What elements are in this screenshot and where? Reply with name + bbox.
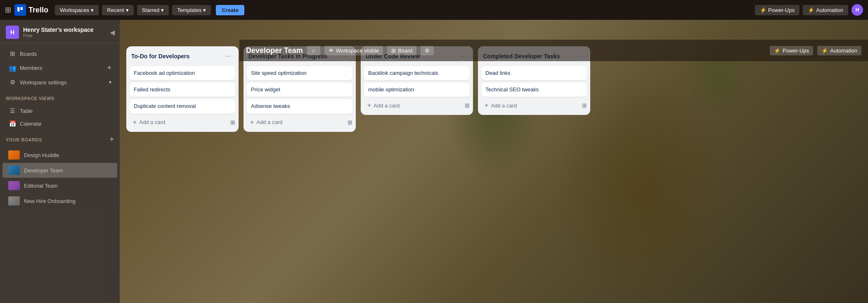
board-header: Developer Team ☆ 👁 Workspace visible ⊞ B… bbox=[239, 40, 868, 61]
card-mobile-optimization[interactable]: mobile optimization bbox=[364, 83, 470, 97]
automation-nav-button[interactable]: ⚡ Automation bbox=[803, 5, 848, 15]
sidebar-item-calendar[interactable]: 📅 Calendar bbox=[2, 117, 117, 130]
workspace-name: Henry Stater's workspace bbox=[23, 26, 106, 33]
workspaces-button[interactable]: Workspaces ▾ bbox=[55, 5, 99, 15]
create-from-template-todo[interactable]: ⊞ bbox=[230, 119, 235, 126]
plus-icon: + bbox=[367, 102, 371, 109]
list-title-todo: To-Do for Developers bbox=[131, 53, 189, 60]
sidebar-toggle-button[interactable]: ◀ bbox=[110, 29, 115, 36]
add-card-row-code-review: + Add a card ⊞ bbox=[364, 99, 470, 112]
trello-logo-text: Trello bbox=[28, 6, 48, 14]
create-from-template-in-progress[interactable]: ⊞ bbox=[348, 119, 352, 126]
main-layout: H Henry Stater's workspace Free ◀ ⊞ Boar… bbox=[0, 20, 868, 303]
power-ups-nav-button[interactable]: ⚡ Power-Ups bbox=[755, 5, 799, 15]
card-duplicate-content[interactable]: Duplicate content removal bbox=[130, 99, 235, 113]
trello-logo[interactable]: Trello bbox=[14, 4, 48, 16]
auto-icon: ⚡ bbox=[821, 48, 828, 54]
add-card-row-completed: + Add a card ⊞ bbox=[481, 99, 587, 112]
starred-button[interactable]: Starred ▾ bbox=[137, 5, 169, 15]
card-backlink-campaign[interactable]: Backlink campaign technicals bbox=[364, 66, 470, 80]
sidebar-item-table[interactable]: ☰ Table bbox=[2, 105, 117, 117]
sidebar-boards: Design Huddle Developer Team Editorial T… bbox=[0, 146, 120, 210]
board-thumb-new-hire bbox=[8, 196, 20, 205]
sidebar-views: ☰ Table 📅 Calendar bbox=[0, 103, 120, 132]
add-card-button-todo[interactable]: + Add a card bbox=[130, 116, 230, 129]
card-site-speed[interactable]: Site speed optimization bbox=[247, 66, 352, 80]
add-card-button-completed[interactable]: + Add a card bbox=[481, 99, 582, 112]
board-thumb-developer-team bbox=[8, 166, 20, 175]
add-card-row-todo: + Add a card ⊞ bbox=[130, 116, 235, 129]
calendar-icon: 📅 bbox=[8, 120, 17, 127]
create-from-template-code-review[interactable]: ⊞ bbox=[465, 102, 470, 109]
grid-icon[interactable]: ⊞ bbox=[5, 5, 11, 14]
list-header-todo: To-Do for Developers ··· bbox=[130, 50, 235, 64]
chevron-down-icon: ▾ bbox=[91, 7, 94, 13]
chevron-down-icon: ▾ bbox=[161, 7, 164, 13]
add-card-button-code-review[interactable]: + Add a card bbox=[364, 99, 465, 112]
board-icon: ⊞ bbox=[391, 48, 396, 54]
add-board-button[interactable]: + bbox=[109, 135, 114, 144]
card-technical-seo[interactable]: Technical SEO tweaks bbox=[481, 83, 587, 97]
star-board-button[interactable]: ☆ bbox=[307, 46, 320, 55]
top-nav: ⊞ Trello Workspaces ▾ Recent ▾ Starred ▾… bbox=[0, 0, 868, 20]
sidebar-board-new-hire[interactable]: New Hire Onboarding bbox=[2, 193, 117, 208]
trello-logo-icon bbox=[14, 4, 26, 16]
add-member-button[interactable]: + bbox=[107, 64, 111, 72]
board-thumb-editorial-team bbox=[8, 181, 20, 190]
customize-board-button[interactable]: ⚙ bbox=[421, 46, 434, 55]
sidebar-board-editorial-team[interactable]: Editorial Team bbox=[2, 178, 117, 193]
svg-rect-1 bbox=[21, 7, 23, 10]
workspace-tier: Free bbox=[23, 33, 106, 38]
workspace-avatar: H bbox=[6, 26, 19, 39]
members-icon: 👥 bbox=[8, 64, 17, 72]
board-content-wrapper: Developer Team ☆ 👁 Workspace visible ⊞ B… bbox=[120, 20, 868, 303]
sidebar-item-workspace-settings[interactable]: ⚙ Workspace settings ▾ bbox=[2, 76, 117, 89]
your-boards-label: Your boards bbox=[6, 137, 42, 142]
chevron-down-icon: ▾ bbox=[109, 79, 111, 85]
board-thumb-design-huddle bbox=[8, 150, 20, 160]
sidebar-board-developer-team[interactable]: Developer Team bbox=[2, 163, 117, 178]
create-from-template-completed[interactable]: ⊞ bbox=[582, 102, 587, 109]
settings-icon: ⚙ bbox=[8, 79, 17, 86]
power-ups-button[interactable]: ⚡ Power-Ups bbox=[770, 46, 813, 55]
workspace-views-label: Workspace views bbox=[0, 93, 120, 103]
workspace-header: H Henry Stater's workspace Free ◀ bbox=[0, 20, 120, 43]
sidebar-item-members[interactable]: 👥 Members + bbox=[2, 61, 117, 75]
card-price-widget[interactable]: Price widget bbox=[247, 83, 352, 97]
chevron-down-icon: ▾ bbox=[203, 7, 206, 13]
sidebar-board-design-huddle[interactable]: Design Huddle bbox=[2, 148, 117, 162]
recent-button[interactable]: Recent ▾ bbox=[102, 5, 133, 15]
sidebar: H Henry Stater's workspace Free ◀ ⊞ Boar… bbox=[0, 20, 120, 303]
workspace-visible-button[interactable]: 👁 Workspace visible bbox=[324, 46, 383, 55]
card-dead-links[interactable]: Dead links bbox=[481, 66, 587, 80]
user-avatar[interactable]: H bbox=[851, 4, 863, 16]
plus-icon: + bbox=[133, 119, 137, 126]
sidebar-item-boards[interactable]: ⊞ Boards bbox=[2, 47, 117, 60]
list-todo: To-Do for Developers ··· Facebook ad opt… bbox=[126, 46, 239, 132]
boards-icon: ⊞ bbox=[8, 50, 17, 57]
lightning-icon: ⚡ bbox=[774, 48, 780, 54]
add-card-row-in-progress: + Add a card ⊞ bbox=[247, 116, 352, 129]
create-button[interactable]: Create bbox=[216, 5, 244, 15]
board-title[interactable]: Developer Team bbox=[246, 46, 303, 55]
table-icon: ☰ bbox=[8, 107, 17, 114]
card-facebook-ad[interactable]: Facebook ad optimization bbox=[130, 66, 235, 80]
sidebar-nav: ⊞ Boards 👥 Members + ⚙ Workspace setting… bbox=[0, 43, 120, 93]
board-view-button[interactable]: ⊞ Board bbox=[387, 46, 416, 55]
card-failed-redirects[interactable]: Failed redirects bbox=[130, 83, 235, 97]
svg-rect-0 bbox=[17, 7, 19, 12]
workspace-info: Henry Stater's workspace Free bbox=[23, 26, 106, 38]
add-card-button-in-progress[interactable]: + Add a card bbox=[247, 116, 348, 129]
automation-button[interactable]: ⚡ Automation bbox=[817, 46, 861, 55]
board-lists-container: To-Do for Developers ··· Facebook ad opt… bbox=[120, 41, 868, 303]
templates-button[interactable]: Templates ▾ bbox=[172, 5, 211, 15]
card-adsense-tweaks[interactable]: Adsense tweaks bbox=[247, 99, 352, 113]
eye-icon: 👁 bbox=[329, 48, 334, 54]
chevron-down-icon: ▾ bbox=[126, 7, 129, 13]
plus-icon: + bbox=[250, 119, 254, 126]
plus-icon: + bbox=[485, 102, 488, 109]
list-menu-button-todo[interactable]: ··· bbox=[222, 50, 234, 62]
